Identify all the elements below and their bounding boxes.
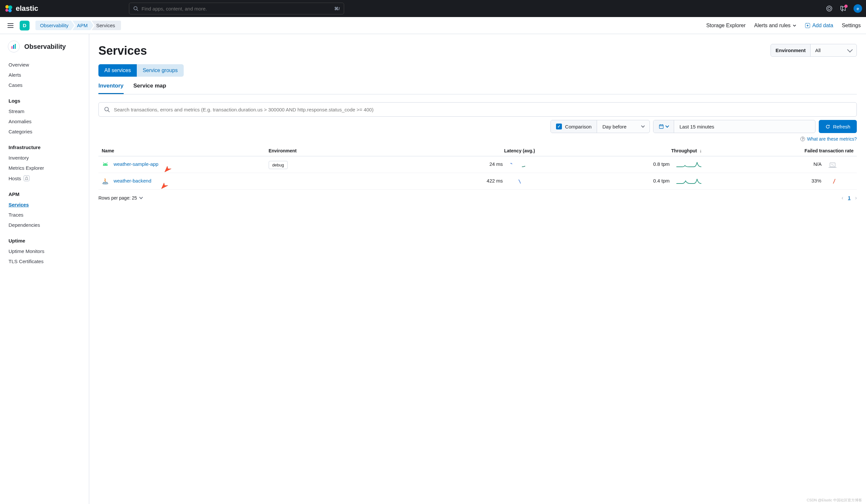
add-data-link[interactable]: Add data bbox=[805, 23, 833, 28]
checkbox-checked-icon[interactable] bbox=[556, 124, 562, 129]
tab-service-map[interactable]: Service map bbox=[133, 83, 166, 94]
sidebar-item-traces[interactable]: Traces bbox=[0, 210, 89, 220]
refresh-label: Refresh bbox=[833, 124, 850, 129]
sidebar-header[interactable]: Observability bbox=[0, 41, 89, 57]
col-throughput[interactable]: Throughput ↓ bbox=[538, 146, 705, 156]
sidebar-group-title: Uptime bbox=[0, 235, 89, 246]
sidebar-item-metrics-explorer[interactable]: Metrics Explorer bbox=[0, 163, 89, 173]
current-page[interactable]: 1 bbox=[848, 195, 851, 201]
prev-page-button[interactable]: ‹ bbox=[842, 195, 843, 201]
query-input[interactable] bbox=[114, 107, 851, 112]
sidebar-item-services[interactable]: Services bbox=[0, 199, 89, 210]
latency-sparkline bbox=[509, 177, 535, 185]
svg-line-18 bbox=[108, 111, 110, 112]
watermark: CSDN @Elastic 中国社区官方博客 bbox=[807, 498, 862, 503]
search-input[interactable] bbox=[142, 6, 331, 11]
svg-point-24 bbox=[106, 164, 107, 165]
pagination: ‹ 1 › bbox=[842, 195, 857, 201]
environment-value[interactable]: All bbox=[811, 44, 856, 56]
calendar-icon bbox=[659, 124, 664, 129]
search-icon bbox=[104, 106, 110, 112]
alerts-rules-dropdown[interactable]: Alerts and rules bbox=[754, 23, 797, 28]
storage-explorer-link[interactable]: Storage Explorer bbox=[706, 23, 746, 28]
refresh-icon bbox=[825, 124, 830, 129]
sidebar-item-label: Hosts bbox=[9, 176, 21, 181]
sidebar-item-overview[interactable]: Overview bbox=[0, 60, 89, 70]
svg-point-7 bbox=[828, 7, 831, 10]
sidebar-item-inventory[interactable]: Inventory bbox=[0, 153, 89, 163]
sidebar-item-anomalies[interactable]: Anomalies bbox=[0, 116, 89, 126]
col-latency[interactable]: Latency (avg.) bbox=[371, 146, 538, 156]
metrics-hint-link[interactable]: ? What are these metrics? bbox=[98, 136, 857, 141]
environment-tag: debug bbox=[269, 161, 288, 169]
query-bar[interactable] bbox=[98, 102, 857, 117]
space-badge[interactable]: D bbox=[20, 21, 30, 31]
sidebar-item-dependencies[interactable]: Dependencies bbox=[0, 220, 89, 230]
svg-point-0 bbox=[5, 5, 9, 9]
environment-label: Environment bbox=[771, 44, 811, 56]
refresh-button[interactable]: Refresh bbox=[819, 120, 857, 133]
failed-sparkline bbox=[827, 177, 854, 185]
failed-rate-value: 33% bbox=[812, 178, 821, 184]
svg-rect-19 bbox=[659, 125, 663, 128]
sidebar-group-logs: Logs Stream Anomalies Categories bbox=[0, 93, 89, 139]
throughput-sparkline bbox=[676, 161, 702, 168]
brand-logo[interactable]: elastic bbox=[4, 4, 38, 13]
environment-selector[interactable]: Environment All bbox=[770, 44, 857, 57]
time-range-value[interactable]: Last 15 minutes bbox=[674, 120, 815, 133]
rows-per-page-label: Rows per page: 25 bbox=[98, 195, 137, 201]
subheader-actions: Storage Explorer Alerts and rules Add da… bbox=[706, 23, 861, 28]
toggle-all-services[interactable]: All services bbox=[98, 64, 137, 77]
sidebar-item-hosts[interactable]: Hosts bbox=[0, 173, 89, 184]
col-environment[interactable]: Environment bbox=[265, 146, 372, 156]
svg-line-5 bbox=[137, 10, 138, 11]
comparison-value-dropdown[interactable]: Day before bbox=[597, 120, 650, 133]
breadcrumb-item[interactable]: APM bbox=[73, 21, 94, 30]
toggle-service-groups[interactable]: Service groups bbox=[137, 64, 184, 77]
global-search[interactable]: ⌘/ bbox=[129, 3, 344, 14]
next-page-button[interactable]: › bbox=[855, 195, 857, 201]
svg-point-28 bbox=[103, 183, 108, 184]
sidebar-group-apm: APM Services Traces Dependencies bbox=[0, 186, 89, 233]
nav-toggle-button[interactable] bbox=[5, 20, 16, 31]
sidebar-item-alerts[interactable]: Alerts bbox=[0, 70, 89, 80]
tab-inventory[interactable]: Inventory bbox=[98, 83, 124, 94]
sidebar-item-categories[interactable]: Categories bbox=[0, 126, 89, 137]
table-row: weather-backend 422 ms 0.4 tpm 33% bbox=[98, 173, 857, 190]
user-avatar[interactable]: e bbox=[854, 4, 862, 13]
service-name-link[interactable]: weather-backend bbox=[113, 178, 151, 184]
sidebar-item-tls-certificates[interactable]: TLS Certificates bbox=[0, 256, 89, 266]
alerts-rules-label: Alerts and rules bbox=[754, 23, 790, 28]
sidebar-group-uptime: Uptime Uptime Monitors TLS Certificates bbox=[0, 233, 89, 269]
tabs: Inventory Service map bbox=[98, 83, 857, 94]
comparison-toggle[interactable]: Comparison bbox=[551, 120, 597, 133]
sidebar-group-title: APM bbox=[0, 189, 89, 199]
throughput-value: 0.4 tpm bbox=[653, 178, 669, 184]
sidebar-item-stream[interactable]: Stream bbox=[0, 106, 89, 116]
sidebar-group: Overview Alerts Cases bbox=[0, 57, 89, 93]
cursor-arrow-icon bbox=[161, 182, 169, 190]
calendar-button[interactable] bbox=[653, 120, 674, 133]
col-name[interactable]: Name bbox=[98, 146, 265, 156]
help-icon[interactable] bbox=[826, 5, 833, 12]
svg-line-25 bbox=[103, 162, 104, 163]
search-shortcut: ⌘/ bbox=[334, 6, 340, 11]
breadcrumb-item[interactable]: Observability bbox=[35, 21, 75, 30]
chevron-down-icon bbox=[139, 195, 143, 199]
main-content: Services Environment All All services Se… bbox=[89, 34, 866, 504]
throughput-sparkline bbox=[676, 177, 702, 185]
settings-link[interactable]: Settings bbox=[842, 23, 861, 28]
rows-per-page-select[interactable]: Rows per page: 25 bbox=[98, 195, 142, 201]
java-icon bbox=[102, 177, 109, 185]
table-row: weather-sample-app debug 24 ms 0.8 tpm N… bbox=[98, 156, 857, 173]
sidebar-item-uptime-monitors[interactable]: Uptime Monitors bbox=[0, 246, 89, 256]
col-failed-rate[interactable]: Failed transaction rate bbox=[705, 146, 857, 156]
sidebar-item-cases[interactable]: Cases bbox=[0, 80, 89, 90]
elastic-logo-icon bbox=[4, 4, 13, 13]
breadcrumb: Observability APM Services bbox=[35, 21, 121, 30]
android-icon bbox=[102, 161, 109, 168]
time-range-control: Last 15 minutes bbox=[653, 120, 815, 133]
search-icon bbox=[133, 6, 138, 11]
newsfeed-icon[interactable] bbox=[840, 5, 846, 12]
service-name-link[interactable]: weather-sample-app bbox=[113, 161, 158, 167]
